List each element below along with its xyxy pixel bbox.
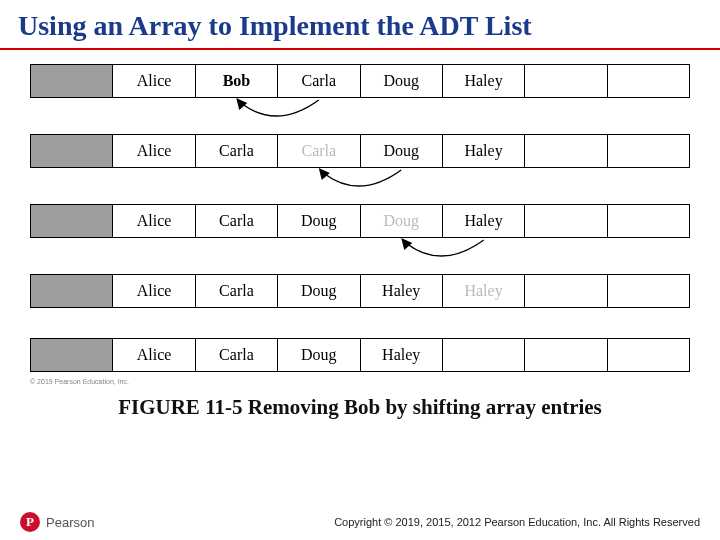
array-cell — [525, 135, 607, 167]
array-cell — [608, 205, 689, 237]
array-cell — [31, 205, 113, 237]
array-cell — [31, 339, 113, 371]
array-cell — [443, 339, 525, 371]
brand-name: Pearson — [46, 515, 94, 530]
array-cell: Doug — [278, 339, 360, 371]
array-cell — [608, 339, 689, 371]
svg-marker-1 — [319, 168, 330, 180]
array-cell: Bob — [196, 65, 278, 97]
page-title: Using an Array to Implement the ADT List — [0, 0, 720, 50]
array-cell — [525, 339, 607, 371]
shift-arrow — [30, 238, 690, 268]
array-cell — [525, 65, 607, 97]
array-cell: Doug — [361, 135, 443, 167]
array-row: AliceCarlaDougHaley — [30, 338, 690, 372]
array-cell: Haley — [361, 339, 443, 371]
array-cell: Alice — [113, 205, 195, 237]
array-cell: Carla — [196, 205, 278, 237]
figure-caption: FIGURE 11-5 Removing Bob by shifting arr… — [0, 385, 720, 424]
array-cell: Alice — [113, 65, 195, 97]
array-diagram: AliceBobCarlaDougHaleyAliceCarlaCarlaDou… — [0, 64, 720, 372]
array-row-wrap: AliceCarlaCarlaDougHaley — [30, 134, 690, 198]
footer-copyright: Copyright © 2019, 2015, 2012 Pearson Edu… — [94, 516, 700, 528]
array-cell: Haley — [443, 135, 525, 167]
array-cell — [31, 65, 113, 97]
shift-arrow — [30, 168, 690, 198]
array-row-wrap: AliceCarlaDougHaleyHaley — [30, 274, 690, 332]
svg-marker-2 — [401, 238, 412, 250]
array-cell: Haley — [361, 275, 443, 307]
array-row-wrap: AliceBobCarlaDougHaley — [30, 64, 690, 128]
array-cell — [31, 135, 113, 167]
array-cell: Carla — [278, 65, 360, 97]
array-cell — [31, 275, 113, 307]
array-cell: Alice — [113, 339, 195, 371]
array-cell — [525, 275, 607, 307]
array-cell: Doug — [278, 205, 360, 237]
array-cell — [608, 135, 689, 167]
array-cell: Doug — [278, 275, 360, 307]
svg-marker-0 — [236, 98, 247, 110]
array-cell: Alice — [113, 275, 195, 307]
array-cell: Carla — [278, 135, 360, 167]
array-row: AliceCarlaDougHaleyHaley — [30, 274, 690, 308]
array-cell: Haley — [443, 65, 525, 97]
array-row-wrap: AliceCarlaDougHaley — [30, 338, 690, 372]
array-cell: Alice — [113, 135, 195, 167]
pearson-logo-icon: P — [20, 512, 40, 532]
image-copyright: © 2019 Pearson Education, Inc. — [0, 378, 720, 385]
array-cell — [525, 205, 607, 237]
array-row-wrap: AliceCarlaDougDougHaley — [30, 204, 690, 268]
array-row: AliceCarlaCarlaDougHaley — [30, 134, 690, 168]
array-cell: Carla — [196, 135, 278, 167]
array-cell: Doug — [361, 65, 443, 97]
array-cell — [608, 275, 689, 307]
shift-arrow — [30, 98, 690, 128]
array-cell: Haley — [443, 275, 525, 307]
footer: P Pearson Copyright © 2019, 2015, 2012 P… — [0, 512, 720, 532]
array-row: AliceBobCarlaDougHaley — [30, 64, 690, 98]
array-cell: Carla — [196, 339, 278, 371]
array-row: AliceCarlaDougDougHaley — [30, 204, 690, 238]
array-cell: Haley — [443, 205, 525, 237]
array-cell — [608, 65, 689, 97]
array-cell: Doug — [361, 205, 443, 237]
array-cell: Carla — [196, 275, 278, 307]
